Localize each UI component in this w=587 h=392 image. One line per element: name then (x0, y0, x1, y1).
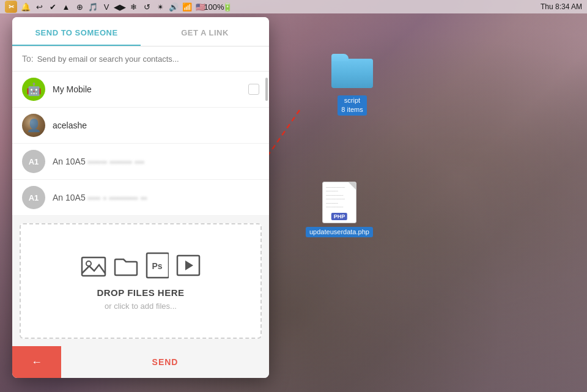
send-label: SEND (152, 357, 179, 367)
php-file-shape: ────────────────────────────────────────… (322, 182, 356, 223)
contact-name-my-mobile: My Mobile (53, 84, 241, 94)
folder-icon-script (330, 49, 374, 93)
folder-label-script: script 8 items (338, 95, 366, 116)
ps-file-icon: Ps (146, 252, 169, 279)
svg-rect-0 (82, 257, 105, 276)
svg-point-1 (86, 261, 91, 266)
menubar-right: Thu 8:34 AM (541, 2, 582, 11)
contact-name-an10a5-2: An 10A5 ▪▪▪▪ ▪ ▪▪▪▪▪▪▪▪▪ ▪▪ (53, 193, 259, 202)
avatar-letter-text-2: A1 (29, 193, 39, 202)
avatar-letter-text-1: A1 (29, 157, 39, 166)
desktop-folder-script[interactable]: script 8 items (330, 49, 374, 116)
panel: SEND TO SOMEONE GET A LINK To: 🤖 My Mobi… (12, 17, 269, 378)
check-icon: ✔ (48, 2, 57, 12)
menubar: ✂ 🔔 ↩ ✔ ▲ ⊕ 🎵 V ◀▶ ❄ ↺ ✴ 🔊 📶 🇺🇸 100% 🔋 T… (0, 0, 587, 13)
bottom-bar: ← SEND (12, 346, 269, 378)
back-icon: ↩ (34, 2, 44, 12)
timemachine-icon: ↺ (142, 2, 152, 12)
desktop-file-php[interactable]: ────────────────────────────────────────… (306, 180, 373, 237)
contact-name-acelashe: acelashe (53, 120, 259, 130)
menubar-left: ✂ 🔔 ↩ ✔ ▲ ⊕ 🎵 V ◀▶ ❄ ↺ ✴ 🔊 📶 🇺🇸 100% 🔋 (5, 1, 232, 13)
avatar-acelashe: 👤 (22, 114, 45, 137)
contact-item-acelashe[interactable]: 👤 acelashe (12, 108, 269, 144)
bell-icon: 🔔 (21, 2, 31, 12)
contact-name-an10a5-1: An 10A5 ▪▪▪▪▪▪ ▪▪▪▪▪▪▪ ▪▪▪ (53, 157, 259, 166)
drop-sub-label: or click to add files... (105, 301, 177, 311)
blurred-text-2: ▪▪▪▪ ▪ ▪▪▪▪▪▪▪▪▪ ▪▪ (88, 194, 147, 202)
battery-label: 100% (209, 2, 219, 12)
tab-get-a-link[interactable]: GET A LINK (141, 17, 269, 46)
video-file-icon (176, 254, 201, 276)
drop-zone[interactable]: Ps DROP FILES HERE or click to add files… (20, 223, 262, 339)
contact-item-my-mobile[interactable]: 🤖 My Mobile (12, 72, 269, 108)
v-icon: V (102, 2, 111, 12)
avatar-an10a5-2: A1 (22, 186, 45, 209)
scroll-indicator (265, 78, 268, 101)
to-input[interactable] (37, 54, 259, 64)
android-icon: 🤖 (26, 82, 42, 97)
app-icon: ✂ (5, 1, 17, 13)
send-button[interactable]: SEND (61, 346, 269, 378)
contact-item-an10a5-2[interactable]: A1 An 10A5 ▪▪▪▪ ▪ ▪▪▪▪▪▪▪▪▪ ▪▪ (12, 180, 269, 216)
avatar-an10a5-1: A1 (22, 150, 45, 173)
upload-icon: ⊕ (75, 2, 84, 12)
folder-file-icon (114, 254, 138, 276)
volume-icon: 🔊 (169, 2, 179, 12)
svg-text:Ps: Ps (152, 261, 162, 271)
drive-icon: ▲ (61, 2, 71, 12)
image-file-icon (81, 254, 106, 277)
contact-checkbox-my-mobile[interactable] (248, 84, 259, 95)
bluetooth-icon: ✴ (155, 2, 165, 12)
php-file-icon: ────────────────────────────────────────… (317, 180, 361, 224)
back-arrow-icon: ← (31, 356, 42, 369)
drop-icons: Ps (81, 252, 201, 279)
tab-send-to-someone[interactable]: SEND TO SOMEONE (12, 17, 141, 46)
folder-shape (331, 54, 373, 88)
headphone-icon: 🎵 (88, 2, 98, 12)
php-file-label: updateuserdata.php (306, 227, 373, 237)
wifi-icon: 📶 (182, 2, 192, 12)
player-icon: ◀▶ (115, 2, 125, 12)
menubar-time: Thu 8:34 AM (541, 2, 582, 11)
blurred-text-1: ▪▪▪▪▪▪ ▪▪▪▪▪▪▪ ▪▪▪ (88, 158, 145, 166)
dropbox-icon: ❄ (128, 2, 138, 12)
svg-marker-5 (185, 261, 193, 270)
to-field: To: (12, 46, 269, 72)
battery-icon: 🔋 (223, 2, 232, 12)
drop-label: DROP FILES HERE (97, 287, 184, 298)
photo-placeholder: 👤 (26, 118, 42, 133)
contacts-list: 🤖 My Mobile 👤 acelashe A1 An 10A5 ▪▪▪▪▪▪… (12, 72, 269, 216)
php-badge: PHP (331, 213, 348, 220)
avatar-my-mobile: 🤖 (22, 78, 45, 101)
contact-item-an10a5-1[interactable]: A1 An 10A5 ▪▪▪▪▪▪ ▪▪▪▪▪▪▪ ▪▪▪ (12, 144, 269, 180)
back-button[interactable]: ← (12, 346, 61, 378)
to-label: To: (22, 54, 34, 64)
tab-bar: SEND TO SOMEONE GET A LINK (12, 17, 269, 46)
